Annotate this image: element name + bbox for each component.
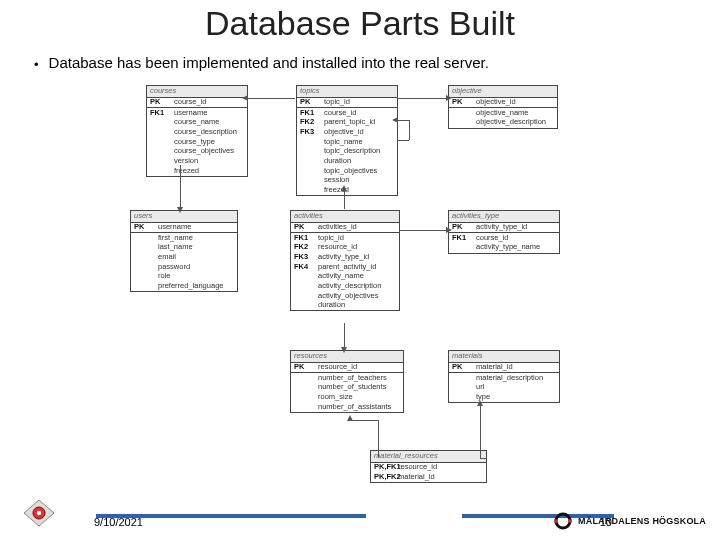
table-row: role — [131, 272, 237, 282]
arrow-activities-acttype — [399, 230, 447, 231]
pk-section: PKtopic_id — [297, 98, 397, 109]
arrow-topics-self — [397, 140, 409, 141]
svg-rect-4 — [568, 520, 572, 523]
table-row: freezed — [147, 166, 247, 176]
table-header: courses — [147, 86, 247, 98]
pk-section: PKmaterial_id — [449, 363, 559, 374]
table-row: version — [147, 156, 247, 166]
table-row: PKmaterial_id — [449, 363, 559, 373]
bullet-content: Database has been implemented and instal… — [49, 54, 489, 71]
arrow-topics-self-h2 — [397, 120, 409, 121]
bullet-icon: • — [34, 57, 39, 72]
fields-section: FK1course_idactivity_type_name — [449, 233, 559, 252]
fields-section: FK1course_idFK2parent_topic_idFK3objecti… — [297, 108, 397, 195]
table-topics: topics PKtopic_id FK1course_idFK2parent_… — [296, 85, 398, 196]
table-row: activity_objectives — [291, 291, 399, 301]
arrow-head-icon — [177, 207, 183, 213]
table-header: activities_type — [449, 211, 559, 223]
table-row: activity_name — [291, 272, 399, 282]
table-row: password — [131, 262, 237, 272]
footer: 9/10/2021 10 MÄLARDALENS HÖGSKOLA — [0, 496, 720, 540]
table-activities: activities PKactivities_id FK1topic_idFK… — [290, 210, 400, 311]
table-row: PKresource_id — [291, 363, 403, 373]
arrow-head-icon — [341, 347, 347, 353]
arrow-head-icon — [347, 415, 353, 421]
table-row: PK,FK2material_id — [371, 472, 486, 482]
table-row: duration — [297, 156, 397, 166]
table-row: type — [449, 393, 559, 403]
er-diagram: courses PKcourse_id FK1usernamecourse_na… — [130, 80, 610, 480]
pk-section: PK,FK1resource_idPK,FK2material_id — [371, 463, 486, 482]
arrow-head-icon — [477, 400, 483, 406]
pk-section: PKobjective_id — [449, 98, 557, 109]
table-row: objective_description — [449, 118, 557, 128]
arrow-topics-courses — [247, 98, 295, 99]
fields-section: first_namelast_nameemailpasswordrolepref… — [131, 233, 237, 291]
pk-section: PKcourse_id — [147, 98, 247, 109]
svg-rect-3 — [554, 520, 558, 523]
table-row: PKobjective_id — [449, 98, 557, 108]
table-header: material_resources — [371, 451, 486, 463]
brand-text: MÄLARDALENS HÖGSKOLA — [578, 516, 706, 526]
arrow-matres-resources — [378, 420, 379, 458]
logo-left — [22, 498, 56, 532]
table-users: users PKusername first_namelast_nameemai… — [130, 210, 238, 292]
arrow-head-icon — [242, 95, 248, 101]
fields-section: material_descriptionurltype — [449, 373, 559, 402]
pk-section: PKusername — [131, 223, 237, 234]
arrow-head-icon — [392, 117, 398, 123]
arrow-head-icon — [341, 185, 347, 191]
fields-section: number_of_teachersnumber_of_studentsroom… — [291, 373, 403, 412]
slide: Database Parts Built •Database has been … — [0, 0, 720, 540]
table-row: topic_description — [297, 147, 397, 157]
arrow-matres-resources-h — [350, 420, 379, 421]
table-row: url — [449, 383, 559, 393]
table-row: PKtopic_id — [297, 98, 397, 108]
table-header: activities — [291, 211, 399, 223]
table-row: PKactivities_id — [291, 223, 399, 233]
table-row: course_description — [147, 128, 247, 138]
footer-date: 9/10/2021 — [94, 516, 143, 528]
table-row: activity_type_name — [449, 243, 559, 253]
arrow-courses-users — [180, 165, 181, 209]
table-header: materials — [449, 351, 559, 363]
slide-title: Database Parts Built — [0, 4, 720, 43]
pk-section: PKactivities_id — [291, 223, 399, 234]
table-activities-type: activities_type PKactivity_type_id FK1co… — [448, 210, 560, 254]
table-row: email — [131, 253, 237, 263]
fields-section: FK1topic_idFK2resource_idFK3activity_typ… — [291, 233, 399, 310]
table-row: PK,FK1resource_id — [371, 463, 486, 473]
table-row: duration — [291, 301, 399, 311]
arrow-topics-objective — [397, 98, 447, 99]
pk-section: PKactivity_type_id — [449, 223, 559, 234]
table-courses: courses PKcourse_id FK1usernamecourse_na… — [146, 85, 248, 177]
table-materials: materials PKmaterial_id material_descrip… — [448, 350, 560, 403]
arrow-topics-self-v — [409, 120, 410, 140]
table-row: PKcourse_id — [147, 98, 247, 108]
table-row: last_name — [131, 243, 237, 253]
table-header: topics — [297, 86, 397, 98]
table-row: FK3objective_id — [297, 128, 397, 138]
table-row: freezed — [297, 185, 397, 195]
fields-section: FK1usernamecourse_namecourse_description… — [147, 108, 247, 175]
logo-right: MÄLARDALENS HÖGSKOLA — [552, 510, 706, 532]
arrow-activities-topics — [344, 190, 345, 209]
arrow-activities-resources — [344, 323, 345, 349]
svg-point-2 — [37, 511, 41, 515]
arrow-matres-materials-h — [480, 458, 486, 459]
fields-section: objective_nameobjective_description — [449, 108, 557, 127]
table-header: users — [131, 211, 237, 223]
table-row: room_size — [291, 393, 403, 403]
arrow-head-icon — [446, 227, 452, 233]
table-header: objective — [449, 86, 557, 98]
table-row: session — [297, 176, 397, 186]
table-row: PKactivity_type_id — [449, 223, 559, 233]
table-row: number_of_assistants — [291, 402, 403, 412]
table-row: PKusername — [131, 223, 237, 233]
table-row: material_description — [449, 373, 559, 383]
arrow-head-icon — [446, 95, 452, 101]
table-row: preferred_language — [131, 281, 237, 291]
table-row: activity_description — [291, 281, 399, 291]
table-header: resources — [291, 351, 403, 363]
pk-section: PKresource_id — [291, 363, 403, 374]
